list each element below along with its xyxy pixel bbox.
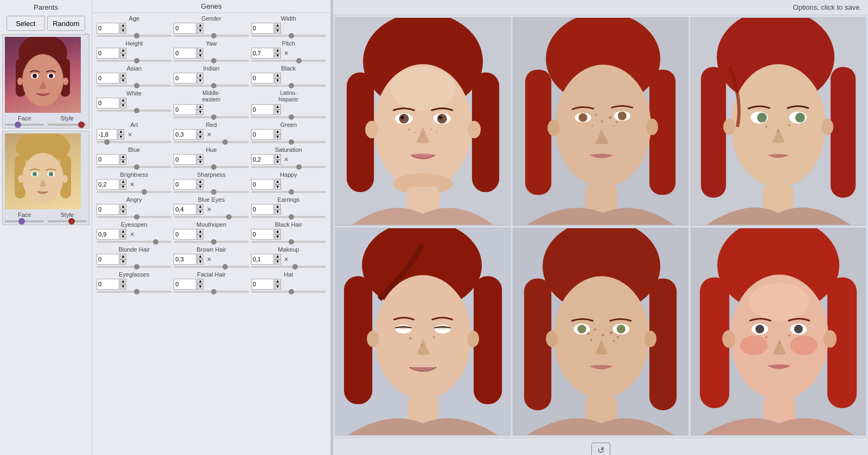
sharpness-input[interactable] <box>174 179 196 190</box>
face-cell-4[interactable] <box>335 228 510 436</box>
earrings-slider-thumb[interactable] <box>289 214 294 220</box>
red-slider[interactable] <box>174 141 248 143</box>
width-input[interactable] <box>251 23 274 34</box>
blonde-hair-input[interactable] <box>97 254 119 265</box>
asian-slider[interactable] <box>97 85 171 87</box>
mouthopen-spin-down[interactable]: ▼ <box>197 234 203 240</box>
angry-slider-thumb[interactable] <box>134 214 139 220</box>
parent-2-face-slider[interactable] <box>5 220 44 222</box>
yaw-input[interactable] <box>174 48 196 59</box>
eyesopen-spin-up[interactable]: ▲ <box>120 229 126 234</box>
black-hair-spin-down[interactable]: ▼ <box>275 234 281 240</box>
latino-spin-up[interactable]: ▲ <box>275 104 281 110</box>
saturation-input[interactable] <box>251 154 274 165</box>
parent-2-style-slider[interactable] <box>48 220 87 222</box>
angry-spin-down[interactable]: ▼ <box>120 209 126 215</box>
black-input[interactable] <box>251 73 274 84</box>
white-input[interactable] <box>97 98 119 108</box>
art-slider[interactable] <box>97 141 171 143</box>
pitch-input[interactable] <box>251 48 274 59</box>
earrings-spin-down[interactable]: ▼ <box>275 209 281 215</box>
height-spin-up[interactable]: ▲ <box>120 48 126 53</box>
art-clear-button[interactable]: ✕ <box>125 129 134 140</box>
black-slider[interactable] <box>251 85 326 87</box>
height-slider[interactable] <box>97 60 171 62</box>
yaw-slider-thumb[interactable] <box>211 58 216 63</box>
facial-hair-slider[interactable] <box>174 291 248 293</box>
sharpness-spin-up[interactable]: ▲ <box>197 179 203 184</box>
angry-input[interactable] <box>97 204 119 215</box>
blue-input[interactable] <box>97 154 119 165</box>
genes-scroll[interactable]: Age ▲ ▼ Gender <box>92 13 330 455</box>
black-hair-slider[interactable] <box>251 241 326 243</box>
black-hair-slider-thumb[interactable] <box>289 239 294 245</box>
white-slider-thumb[interactable] <box>134 108 139 113</box>
parent-face-1[interactable] <box>5 37 81 113</box>
makeup-slider[interactable] <box>251 266 326 268</box>
sharpness-spin-down[interactable]: ▼ <box>197 184 203 190</box>
eyeglasses-slider[interactable] <box>97 291 171 293</box>
yaw-spin-down[interactable]: ▼ <box>197 53 203 59</box>
facial-hair-input[interactable] <box>174 279 196 290</box>
saturation-spin-down[interactable]: ▼ <box>275 159 281 165</box>
latino-slider[interactable] <box>251 116 326 118</box>
brightness-input[interactable] <box>97 179 119 190</box>
black-spin-up[interactable]: ▲ <box>275 73 281 78</box>
yaw-spin-up[interactable]: ▲ <box>197 48 203 53</box>
pitch-spin-down[interactable]: ▼ <box>275 53 281 59</box>
blue-eyes-clear-button[interactable]: ✕ <box>205 204 213 215</box>
sharpness-slider-thumb[interactable] <box>211 189 216 195</box>
blonde-hair-slider-thumb[interactable] <box>134 264 139 270</box>
green-input[interactable] <box>251 129 274 140</box>
gender-slider-thumb[interactable] <box>211 33 216 39</box>
asian-spin-up[interactable]: ▲ <box>120 73 126 78</box>
blue-slider[interactable] <box>97 166 171 168</box>
face-cell-5[interactable] <box>513 228 688 436</box>
brown-hair-slider[interactable] <box>174 266 248 268</box>
angry-slider[interactable] <box>97 216 171 218</box>
eyesopen-spin-down[interactable]: ▼ <box>120 234 126 240</box>
white-spin-down[interactable]: ▼ <box>120 103 126 108</box>
height-slider-thumb[interactable] <box>134 58 139 63</box>
brightness-clear-button[interactable]: ✕ <box>127 179 136 190</box>
blonde-hair-spin-down[interactable]: ▼ <box>120 259 126 265</box>
select-button[interactable]: Select <box>7 16 45 31</box>
parent-2-style-thumb[interactable] <box>68 218 75 225</box>
blue-eyes-slider[interactable] <box>174 216 248 218</box>
age-input[interactable] <box>97 23 119 34</box>
parent-1-face-thumb[interactable] <box>15 121 21 128</box>
mouthopen-slider-thumb[interactable] <box>211 239 216 245</box>
blue-eyes-spin-down[interactable]: ▼ <box>197 209 203 215</box>
red-slider-thumb[interactable] <box>222 139 228 145</box>
eyesopen-input[interactable] <box>97 229 119 240</box>
latino-slider-thumb[interactable] <box>289 114 294 120</box>
blue-eyes-slider-thumb[interactable] <box>226 214 232 220</box>
art-slider-thumb[interactable] <box>104 139 110 145</box>
latino-spin-down[interactable]: ▼ <box>275 110 281 115</box>
face-cell-3[interactable] <box>691 17 866 226</box>
facial-hair-slider-thumb[interactable] <box>211 289 216 294</box>
gender-spin-up[interactable]: ▲ <box>197 23 203 28</box>
eyesopen-slider-thumb[interactable] <box>153 239 158 245</box>
indian-slider-thumb[interactable] <box>211 83 216 88</box>
indian-spin-down[interactable]: ▼ <box>197 78 203 84</box>
width-slider[interactable] <box>251 35 326 37</box>
mouthopen-spin-up[interactable]: ▲ <box>197 229 203 234</box>
hue-input[interactable] <box>174 154 196 165</box>
hat-spin-up[interactable]: ▲ <box>275 279 281 284</box>
parent-2-face-thumb[interactable] <box>18 218 25 225</box>
middle-eastern-spin-up[interactable]: ▲ <box>197 104 203 110</box>
blonde-hair-slider[interactable] <box>97 266 171 268</box>
age-slider[interactable] <box>97 35 171 37</box>
green-slider[interactable] <box>251 141 326 143</box>
blue-spin-down[interactable]: ▼ <box>120 159 126 165</box>
brightness-slider-thumb[interactable] <box>142 189 147 195</box>
earrings-spin-up[interactable]: ▲ <box>275 204 281 209</box>
art-spin-down[interactable]: ▼ <box>118 134 124 140</box>
saturation-clear-button[interactable]: ✕ <box>282 154 291 165</box>
happy-spin-up[interactable]: ▲ <box>275 179 281 184</box>
hat-slider-thumb[interactable] <box>289 289 294 294</box>
makeup-spin-down[interactable]: ▼ <box>275 259 281 265</box>
earrings-slider[interactable] <box>251 216 326 218</box>
hue-slider[interactable] <box>174 166 248 168</box>
